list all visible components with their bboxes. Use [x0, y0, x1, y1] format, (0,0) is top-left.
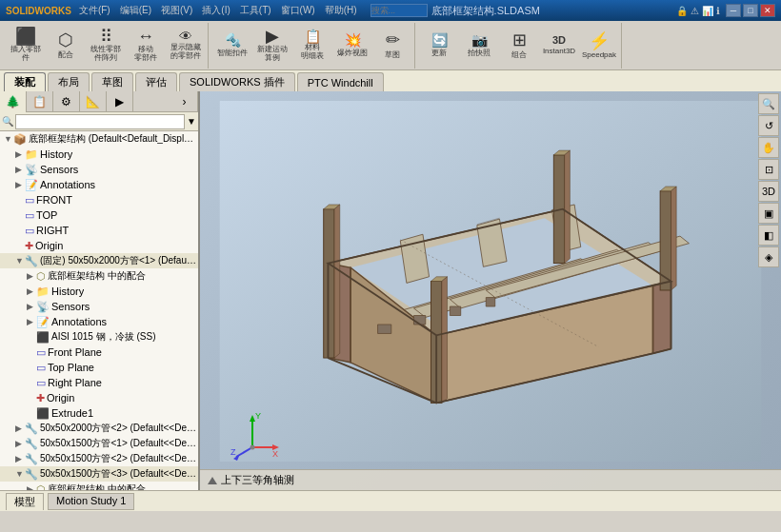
tree-item-part1-rightplane[interactable]: ▶ ▭ Right Plane [0, 375, 198, 390]
tab-ptc-windchill[interactable]: PTC Windchill [297, 72, 384, 91]
panel-expand-button[interactable]: › [171, 91, 198, 112]
tab-assembly[interactable]: 装配 [4, 72, 46, 91]
menu-file[interactable]: 文件(F) [79, 4, 110, 17]
toolbar-icon-1[interactable]: 🔒 [676, 6, 688, 16]
panel-tab-feature-tree[interactable]: 🌲 [0, 91, 27, 112]
view-front-button[interactable]: ▣ [758, 203, 779, 224]
tree-item-part1-frontplane[interactable]: ▶ ▭ Front Plane [0, 345, 198, 360]
toolbar-icon-3[interactable]: 📊 [702, 6, 713, 16]
combine-button[interactable]: ⊞ 组合 [500, 25, 538, 67]
evaluate-toolbar-group: 🔩 智能扣件 ▶ 新建运动算例 📋 材料明细表 💥 爆炸视图 ✏ 草图 [210, 23, 415, 69]
status-tab-motion[interactable]: Motion Study 1 [48, 493, 134, 510]
part4-icon: 🔧 [25, 453, 38, 465]
linear-array-label: 线性零部件阵列 [90, 46, 121, 63]
tree-item-part1-history[interactable]: ▶ 📁 History [0, 284, 198, 299]
speedpak-icon: ⚡ [589, 32, 610, 49]
tree-item-part4[interactable]: ▶ 🔧 50x50x1500方管<2> (Default<<Default> [0, 451, 198, 466]
mate-button[interactable]: ⬡ 配合 [47, 25, 85, 67]
feature-tree: ▼ 📦 底部框架结构 (Default<Default_Display Stat… [0, 131, 198, 490]
explode-button[interactable]: 💥 爆炸视图 [333, 25, 371, 67]
menu-insert[interactable]: 插入(I) [202, 4, 230, 17]
tree-item-part3[interactable]: ▶ 🔧 50x50x1500方管<1> (Default<<Default> [0, 436, 198, 451]
move-component-button[interactable]: ↔ 移动零部件 [127, 25, 165, 67]
view-3d-button[interactable]: 3D [758, 181, 779, 202]
tree-label-part1-mate: 底部框架结构 中的配合 [48, 269, 146, 283]
sketch-button[interactable]: ✏ 草图 [373, 25, 411, 67]
toolbar-icon-4[interactable]: ℹ [716, 6, 720, 16]
view-section-button[interactable]: ◧ [758, 225, 779, 246]
tree-item-origin[interactable]: ▶ ✚ Origin [0, 238, 198, 253]
tree-label-part1-annotations: Annotations [51, 316, 107, 327]
new-motion-label: 新建运动算例 [257, 46, 288, 63]
toolbar-icon-2[interactable]: ⚠ [691, 6, 699, 16]
tree-item-history[interactable]: ▶ 📁 History [0, 147, 198, 162]
tree-item-right[interactable]: ▶ ▭ RIGHT [0, 223, 198, 238]
svg-text:Z: Z [230, 447, 236, 457]
expand-part5-mate-icon: ▶ [27, 484, 36, 490]
minimize-button[interactable]: ─ [726, 4, 741, 17]
speedpak-button[interactable]: ⚡ Speedpak [580, 25, 618, 67]
3d-viewport[interactable]: 枯叶阁素材 [200, 91, 781, 490]
panel-tab-property[interactable]: 📋 [27, 91, 53, 112]
tree-item-part1-material[interactable]: ▶ ⬛ AISI 1015 钢，冷拔 (SS) [0, 329, 198, 345]
annotations-icon: 📝 [25, 179, 38, 191]
tree-item-part1-annotations[interactable]: ▶ 📝 Annotations [0, 314, 198, 329]
tree-item-part1-extrude[interactable]: ▶ ⬛ Extrude1 [0, 405, 198, 421]
tab-solidworks-addins[interactable]: SOLIDWORKS 插件 [179, 72, 295, 91]
tree-label-part3: 50x50x1500方管<1> (Default<<Default> [40, 437, 198, 450]
bom-button[interactable]: 📋 材料明细表 [293, 25, 331, 67]
tree-item-part5-mate[interactable]: ▶ ⬡ 底部框架结构 中的配合 [0, 482, 198, 490]
view-display-button[interactable]: ◈ [758, 246, 779, 267]
tree-item-part1[interactable]: ▼ 🔧 (固定) 50x50x2000方管<1> (Default<<De [0, 253, 198, 268]
part1-origin-icon: ✚ [36, 392, 45, 404]
view-zoom-button[interactable]: 🔍 [758, 93, 779, 114]
view-rotate-button[interactable]: ↺ [758, 115, 779, 136]
snapshot-button[interactable]: 📷 拍快照 [460, 25, 498, 67]
menu-tools[interactable]: 工具(T) [240, 4, 271, 17]
svg-marker-27 [442, 277, 448, 404]
tree-item-root-assembly[interactable]: ▼ 📦 底部框架结构 (Default<Default_Display Stat… [0, 131, 198, 147]
instant3d-icon: 3D [552, 35, 566, 46]
menu-edit[interactable]: 编辑(E) [120, 4, 151, 17]
panel-search-input[interactable] [15, 114, 185, 129]
panel-tab-display[interactable]: ▶ [107, 91, 133, 112]
tree-item-part1-mate[interactable]: ▶ ⬡ 底部框架结构 中的配合 [0, 268, 198, 284]
tab-sketch[interactable]: 草图 [91, 72, 133, 91]
tree-item-part2[interactable]: ▶ 🔧 50x50x2000方管<2> (Default<<Default> [0, 421, 198, 436]
tree-item-part1-topplane[interactable]: ▶ ▭ Top Plane [0, 360, 198, 375]
tree-item-part1-origin[interactable]: ▶ ✚ Origin [0, 390, 198, 405]
tree-item-part1-sensors[interactable]: ▶ 📡 Sensors [0, 299, 198, 314]
tree-item-front[interactable]: ▶ ▭ FRONT [0, 192, 198, 207]
panel-tab-config[interactable]: ⚙ [53, 91, 80, 112]
tree-item-part5[interactable]: ▼ 🔧 50x50x1500方管<3> (Default<<Default> [0, 466, 198, 482]
tab-layout[interactable]: 布局 [48, 72, 90, 91]
panel-tab-dim[interactable]: 📐 [80, 91, 107, 112]
menu-help[interactable]: 帮助(H) [325, 4, 357, 17]
panel-icon-tabs: 🌲 📋 ⚙ 📐 ▶ › [0, 91, 198, 112]
close-button[interactable]: ✕ [760, 4, 775, 17]
tree-item-annotations[interactable]: ▶ 📝 Annotations [0, 177, 198, 192]
view-fit-button[interactable]: ⊡ [758, 159, 779, 180]
new-motion-button[interactable]: ▶ 新建运动算例 [253, 25, 291, 67]
maximize-button[interactable]: □ [743, 4, 758, 17]
tree-item-sensors[interactable]: ▶ 📡 Sensors [0, 162, 198, 177]
update-button[interactable]: 🔄 更新 [420, 25, 458, 67]
smart-fastener-button[interactable]: 🔩 智能扣件 [213, 25, 251, 67]
status-tab-model[interactable]: 模型 [6, 493, 44, 510]
tab-evaluate[interactable]: 评估 [135, 72, 177, 91]
view-pan-button[interactable]: ✋ [758, 137, 779, 158]
show-hidden-button[interactable]: 👁 显示隐藏的零部件 [167, 25, 205, 67]
search-input[interactable] [370, 4, 428, 17]
linear-array-button[interactable]: ⠿ 线性零部件阵列 [87, 25, 125, 67]
menu-window[interactable]: 窗口(W) [281, 4, 315, 17]
tree-label-part1-extrude: Extrude1 [51, 407, 93, 419]
instant3d-button[interactable]: 3D Instant3D [540, 25, 578, 67]
filter-icon[interactable]: ▼ [187, 116, 196, 127]
tree-item-top[interactable]: ▶ ▭ TOP [0, 207, 198, 223]
snapshot-label: 拍快照 [468, 48, 491, 58]
insert-component-button[interactable]: ⬛ 插入零部件 [7, 25, 45, 67]
view-triangle-icon [208, 477, 217, 484]
panel-search-bar: 🔍 ▼ [0, 112, 198, 131]
menu-view[interactable]: 视图(V) [161, 4, 192, 17]
part1-frontplane-icon: ▭ [36, 346, 46, 359]
